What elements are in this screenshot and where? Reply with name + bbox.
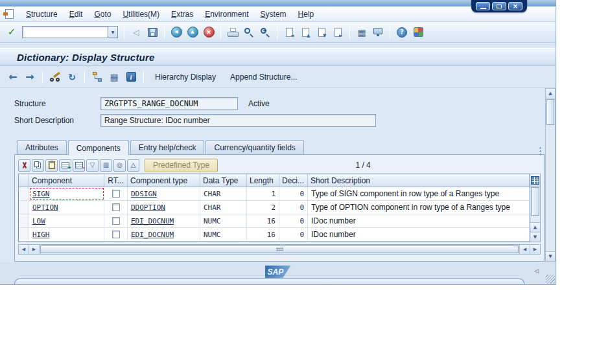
row-selector[interactable] (19, 214, 29, 227)
command-dropdown-button[interactable]: ▼ (108, 26, 118, 38)
row-selector[interactable] (19, 201, 29, 214)
status-collapse-icon[interactable]: ◁ (534, 268, 539, 274)
enter-button[interactable]: ✓ (5, 25, 19, 40)
structure-field[interactable]: ZRGTPTS_RANGE_DOCNUM (100, 97, 238, 110)
help-button[interactable]: ? (395, 25, 409, 40)
forward-nav-button[interactable]: → (23, 70, 37, 84)
window-scroll-up-button[interactable]: ▲ (546, 89, 555, 98)
window-vscroll-thumb[interactable] (546, 99, 554, 125)
previous-page-button[interactable]: ▲ (298, 25, 312, 40)
component-type-link[interactable]: DDOPTION (131, 203, 165, 212)
display-change-button[interactable] (48, 70, 62, 84)
component-type-cell[interactable]: EDI_DOCNUM (128, 214, 200, 227)
predefined-type-button[interactable]: Predefined Type (145, 159, 218, 172)
rt-checkbox[interactable] (112, 217, 120, 225)
column-header-rt[interactable]: RT... (104, 174, 128, 187)
menu-help[interactable]: Help (292, 8, 320, 21)
next-page-button[interactable]: ▼ (314, 25, 329, 40)
choose-button[interactable]: ◎ (113, 159, 126, 172)
hscroll-thumb[interactable] (40, 245, 519, 253)
column-header-short-description[interactable]: Short Description (308, 174, 530, 187)
tab-currency-quantity-fields[interactable]: Currency/quantity fields (206, 140, 303, 154)
scroll-left-button[interactable]: ◀ (19, 245, 29, 254)
tab-attributes[interactable]: Attributes (17, 140, 67, 154)
column-header-decimals[interactable]: Deci... (279, 174, 308, 187)
back-nav-button[interactable]: ← (6, 70, 20, 84)
copy-button[interactable] (32, 159, 44, 172)
menu-utilities[interactable]: Utilities(M) (117, 8, 165, 21)
table-settings-button[interactable] (530, 174, 540, 187)
minimize-button[interactable] (476, 2, 490, 10)
append-structure-button[interactable]: Append Structure... (224, 70, 303, 84)
tab-components[interactable]: Components (68, 140, 129, 155)
menu-structure[interactable]: Structure (20, 8, 64, 21)
component-type-link[interactable]: EDI_DOCNUM (131, 217, 174, 225)
component-type-cell[interactable]: DDOPTION (128, 201, 200, 214)
find-next-button[interactable]: + (258, 25, 272, 40)
column-header-component[interactable]: Component (29, 174, 104, 187)
refresh-button[interactable]: ↻ (65, 70, 79, 84)
window-resize-grip[interactable] (546, 275, 555, 284)
column-header-component-type[interactable]: Component type (128, 174, 200, 187)
column-header-data-type[interactable]: Data Type (200, 174, 247, 187)
hscroll-track[interactable] (40, 245, 519, 254)
object-list-button[interactable]: ▦ (107, 70, 121, 84)
insert-row-button[interactable]: + (59, 159, 71, 172)
command-field[interactable] (22, 26, 108, 38)
print-button[interactable] (226, 25, 240, 40)
scroll-right-button[interactable]: ▶ (29, 245, 40, 254)
component-link[interactable]: SIGN (32, 190, 50, 198)
menu-system[interactable]: System (255, 8, 292, 21)
paste-button[interactable] (45, 159, 58, 172)
window-scroll-down-button[interactable]: ▼ (546, 251, 555, 261)
menu-goto[interactable]: Goto (88, 8, 117, 21)
hide-command-field-button[interactable]: ◁ (129, 25, 143, 40)
last-page-button[interactable]: ► (331, 25, 345, 40)
component-type-cell[interactable]: DDSIGN (128, 187, 200, 200)
maximize-button[interactable] (492, 2, 506, 10)
new-session-button[interactable]: ▦ (355, 25, 369, 40)
exit-button[interactable]: ▲ (185, 25, 200, 40)
short-description-field[interactable]: Range Structure: IDoc number (100, 114, 376, 127)
hierarchy-display-button[interactable]: Hierarchy Display (149, 70, 222, 84)
table-scroll-down-button[interactable]: ▼ (530, 232, 540, 242)
table-scroll-up-button[interactable]: ▲ (530, 222, 540, 232)
menu-edit[interactable]: Edit (64, 8, 89, 21)
table-vscroll-thumb[interactable] (531, 187, 539, 216)
technical-info-button[interactable]: i (124, 70, 138, 84)
tab-entry-help-check[interactable]: Entry help/check (130, 140, 205, 154)
scroll-right-button-right[interactable]: ▶ (530, 245, 540, 254)
delete-row-button[interactable]: − (73, 159, 85, 172)
rt-checkbox[interactable] (112, 231, 120, 238)
component-link[interactable]: LOW (32, 217, 45, 225)
create-shortcut-button[interactable] (371, 25, 385, 40)
menu-environment[interactable]: Environment (199, 8, 254, 21)
component-cell[interactable]: SIGN (29, 187, 104, 200)
system-menu-icon[interactable] (5, 9, 14, 19)
first-page-button[interactable]: ◄ (282, 25, 296, 40)
sort-button[interactable]: △ (127, 159, 139, 172)
filter-button[interactable]: ▽ (86, 159, 99, 172)
back-button[interactable]: ◀ (169, 25, 183, 40)
component-type-link[interactable]: DDSIGN (131, 190, 157, 198)
where-used-button[interactable] (90, 70, 104, 84)
customize-layout-button[interactable] (411, 25, 425, 40)
row-selector[interactable] (19, 228, 29, 241)
row-selector-header[interactable] (19, 174, 29, 187)
select-columns-button[interactable]: ▥ (100, 159, 112, 172)
rt-checkbox[interactable] (112, 203, 120, 211)
column-header-length[interactable]: Length (247, 174, 279, 187)
component-cell[interactable]: HIGH (29, 228, 104, 241)
close-button[interactable]: × (508, 2, 523, 10)
save-button[interactable] (145, 25, 159, 40)
splitter-grip[interactable] (539, 146, 542, 156)
scroll-left-button-right[interactable]: ◀ (519, 245, 530, 254)
component-link[interactable]: OPTION (32, 203, 58, 212)
menu-extras[interactable]: Extras (165, 8, 199, 21)
rt-checkbox[interactable] (112, 190, 120, 198)
find-button[interactable] (242, 25, 256, 40)
component-cell[interactable]: OPTION (29, 201, 104, 214)
cancel-button[interactable]: × (202, 25, 216, 40)
component-type-link[interactable]: EDI_DOCNUM (131, 231, 174, 239)
component-type-cell[interactable]: EDI_DOCNUM (128, 228, 200, 241)
